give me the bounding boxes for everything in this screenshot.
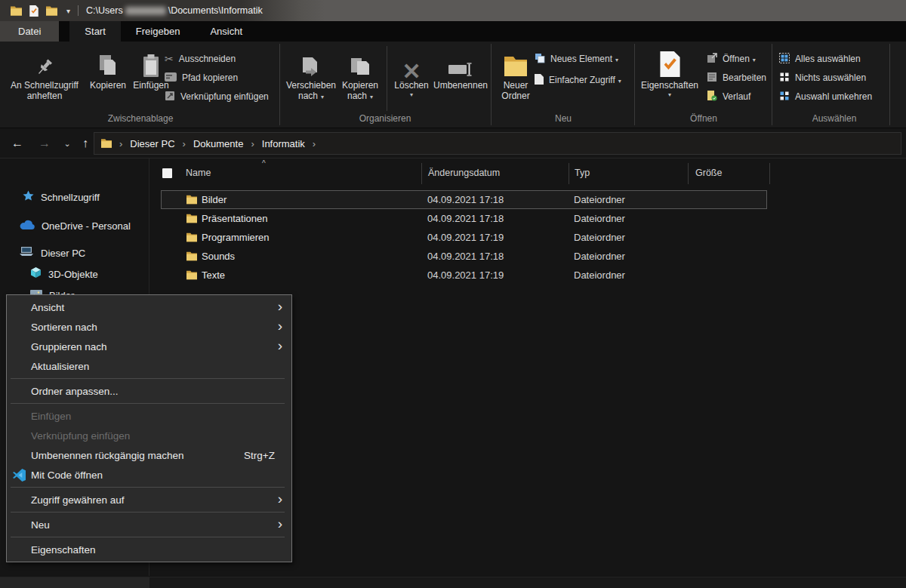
quick-access-toolbar: ▾: [0, 5, 70, 17]
breadcrumb-informatik[interactable]: Informatik: [260, 138, 307, 149]
address-bar[interactable]: Dieser PC Dokumente Informatik: [94, 132, 901, 155]
menu-item-verknuepfung-einfuegen: Verknüpfung einfügen: [7, 426, 291, 445]
column-divider[interactable]: [569, 163, 569, 184]
recent-locations-chevron[interactable]: [57, 134, 77, 152]
header-name[interactable]: Name: [186, 168, 211, 178]
properties-button[interactable]: Eigenschaften ▾: [642, 45, 698, 98]
sidebar-item-dieser-pc[interactable]: Dieser PC: [20, 243, 85, 263]
properties-quick-icon[interactable]: [29, 5, 39, 17]
redacted-username: [125, 7, 166, 15]
pin-icon: [35, 45, 54, 77]
invert-selection-button[interactable]: Auswahl umkehren: [779, 88, 872, 105]
file-row-programmieren[interactable]: Programmieren 04.09.2021 17:19 Dateiordn…: [161, 228, 767, 247]
header-type[interactable]: Typ: [575, 168, 590, 178]
copy-to-icon: [350, 45, 371, 77]
paste-shortcut-label: Verknüpfung einfügen: [180, 91, 269, 102]
menu-item-label: Mit Code öffnen: [31, 469, 103, 481]
breadcrumb-chevron-icon[interactable]: [245, 138, 260, 149]
column-headers: Name Änderungsdatum Typ Größe: [150, 162, 906, 186]
copy-path-button[interactable]: Pfad kopieren: [165, 69, 238, 86]
menu-item-eigenschaften[interactable]: Eigenschaften: [7, 540, 291, 559]
history-icon: [707, 91, 717, 103]
breadcrumb-dokumente[interactable]: Dokumente: [192, 138, 245, 149]
select-all-button[interactable]: Alles auswählen: [779, 51, 861, 67]
new-folder-quick-icon[interactable]: [46, 6, 57, 16]
column-divider[interactable]: [688, 163, 689, 184]
sidebar-item-schnellzugriff[interactable]: Schnellzugriff: [23, 187, 100, 207]
file-name: Präsentationen: [202, 213, 267, 224]
group-label-select: Auswählen: [778, 113, 891, 124]
file-row-sounds[interactable]: Sounds 04.09.2021 17:18 Dateiordner: [161, 247, 767, 266]
menu-item-umbenennen-rueckgaengig[interactable]: Umbenennen rückgängig machen Strg+Z: [7, 445, 291, 465]
file-row-bilder[interactable]: Bilder 04.09.2021 17:18 Dateiordner: [161, 190, 767, 209]
sidebar-item-3d-objekte[interactable]: 3D-Objekte: [30, 264, 98, 284]
select-none-button[interactable]: Nichts auswählen: [779, 69, 866, 86]
breadcrumb-dieser-pc[interactable]: Dieser PC: [128, 138, 176, 149]
breadcrumb-chevron-icon[interactable]: [177, 138, 192, 149]
delete-button[interactable]: Löschen ▾: [391, 45, 432, 98]
tab-datei[interactable]: Datei: [0, 21, 59, 42]
qat-customize-chevron-icon[interactable]: ▾: [66, 7, 70, 15]
edit-label: Bearbeiten: [723, 72, 766, 83]
history-button[interactable]: Verlauf: [707, 88, 750, 105]
invert-selection-label: Auswahl umkehren: [795, 91, 872, 102]
path-prefix: C:\Users: [86, 5, 123, 16]
star-icon: [23, 190, 34, 204]
ribbon-tab-row: Datei Start Freigeben Ansicht: [0, 21, 906, 42]
up-button[interactable]: [76, 134, 95, 152]
menu-item-ordner-anpassen[interactable]: Ordner anpassen...: [7, 381, 291, 401]
new-item-button[interactable]: Neues Element: [535, 51, 618, 67]
pin-to-quick-access-button[interactable]: An Schnellzugriff anheften: [3, 45, 86, 101]
menu-item-neu[interactable]: Neu: [7, 515, 291, 534]
tab-ansicht[interactable]: Ansicht: [195, 21, 257, 42]
open-label: Öffnen: [723, 54, 756, 64]
menu-item-ansicht[interactable]: Ansicht: [7, 297, 291, 317]
select-all-label: Alles auswählen: [795, 54, 861, 64]
cut-button[interactable]: Ausschneiden: [165, 51, 236, 67]
select-all-checkbox[interactable]: [162, 168, 172, 178]
menu-item-label: Eigenschaften: [31, 544, 96, 556]
open-icon: [707, 53, 717, 66]
file-row-praesentationen[interactable]: Präsentationen 04.09.2021 17:18 Dateiord…: [161, 209, 767, 228]
file-date: 04.09.2021 17:18: [427, 251, 504, 262]
file-name: Bilder: [202, 194, 226, 205]
file-type: Dateiordner: [574, 232, 625, 243]
file-row-texte[interactable]: Texte 04.09.2021 17:19 Dateiordner: [161, 266, 767, 285]
menu-item-gruppieren-nach[interactable]: Gruppieren nach: [7, 337, 291, 356]
tab-freigeben[interactable]: Freigeben: [121, 21, 196, 42]
folder-icon: [186, 251, 197, 263]
back-button[interactable]: [8, 134, 27, 152]
dropdown-arrow-icon: [750, 54, 756, 64]
menu-item-zugriff-gewaehren[interactable]: Zugriff gewähren auf: [7, 490, 291, 509]
open-button[interactable]: Öffnen: [707, 51, 756, 67]
header-size[interactable]: Größe: [695, 168, 722, 178]
menu-item-aktualisieren[interactable]: Aktualisieren: [7, 356, 291, 376]
menu-item-mit-code-oeffnen[interactable]: Mit Code öffnen: [7, 465, 291, 485]
menu-shortcut: Strg+Z: [244, 450, 275, 461]
move-to-button[interactable]: Verschieben nach: [285, 45, 337, 103]
edit-button[interactable]: Bearbeiten: [707, 69, 766, 86]
paste-shortcut-button[interactable]: Verknüpfung einfügen: [165, 88, 269, 105]
navigation-bar: Dieser PC Dokumente Informatik: [0, 128, 906, 159]
copy-button[interactable]: Kopieren: [86, 45, 130, 91]
copy-to-button[interactable]: Kopieren nach: [337, 45, 384, 103]
menu-item-sortieren-nach[interactable]: Sortieren nach: [7, 317, 291, 337]
easy-access-button[interactable]: Einfacher Zugriff: [535, 72, 621, 88]
column-divider[interactable]: [421, 163, 422, 184]
copy-path-icon: [165, 72, 177, 84]
sort-ascending-icon: [262, 159, 266, 168]
column-divider[interactable]: [769, 163, 770, 184]
file-name: Programmieren: [202, 232, 270, 243]
rename-button[interactable]: Umbenennen: [432, 45, 489, 91]
breadcrumb-chevron-icon[interactable]: [307, 138, 322, 149]
ribbon-divider: [279, 44, 280, 125]
forward-button[interactable]: [35, 134, 54, 152]
header-date[interactable]: Änderungsdatum: [428, 168, 500, 178]
tab-start[interactable]: Start: [69, 21, 120, 42]
new-folder-button[interactable]: Neuer Ordner: [495, 45, 536, 101]
menu-separator: [11, 512, 285, 513]
properties-check-icon: [660, 45, 680, 77]
sidebar-item-onedrive[interactable]: OneDrive - Personal: [20, 216, 131, 236]
window-title-path: C:\Users\Documents\Informatik: [86, 5, 263, 16]
file-date: 04.09.2021 17:18: [427, 213, 504, 224]
